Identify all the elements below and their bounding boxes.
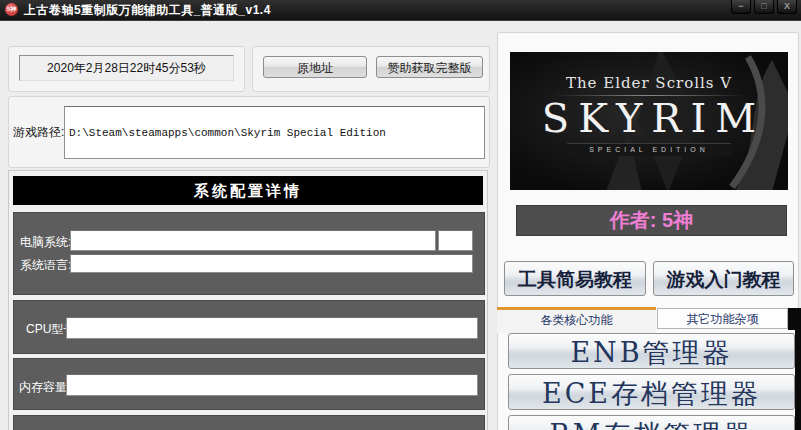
os-input[interactable] [70, 230, 436, 251]
window-title: 上古卷轴5重制版万能辅助工具_普通版_v1.4 [24, 0, 271, 20]
memory-label: 内存容量: [19, 379, 70, 396]
app-icon: 5神 [5, 3, 18, 16]
enb-manager-button[interactable]: ENB管理器 [508, 333, 795, 369]
cpu-input[interactable] [66, 317, 478, 339]
author-bar: 作者: 5神 [516, 205, 787, 236]
memory-input[interactable] [66, 374, 478, 396]
titlebar: 5神 上古卷轴5重制版万能辅助工具_普通版_v1.4 − □ X [0, 0, 801, 21]
tab-core-functions[interactable]: 各类核心功能 [497, 307, 656, 333]
timestamp-display: 2020年2月28日22时45分53秒 [19, 55, 234, 81]
original-address-button[interactable]: 原地址 [263, 56, 367, 78]
window-controls: − □ X [731, 0, 797, 14]
maximize-icon[interactable]: □ [754, 0, 774, 14]
skyrim-banner: The Elder Scrolls V SKYRIM SPECIAL EDITI… [510, 52, 788, 190]
banner-badge: SPECIAL EDITION [564, 143, 734, 156]
rm-save-manager-button[interactable]: RM存档管理器 [508, 415, 795, 430]
language-label: 系统语言: [20, 257, 71, 274]
game-tutorial-button[interactable]: 游戏入门教程 [653, 261, 794, 296]
app-window: 5神 上古卷轴5重制版万能辅助工具_普通版_v1.4 − □ X 2020年2月… [0, 0, 801, 430]
close-icon[interactable]: X [777, 0, 797, 14]
banner-subtitle: The Elder Scrolls V [510, 74, 788, 92]
banner-title: SKYRIM [519, 96, 788, 140]
ece-save-manager-button[interactable]: ECE存档管理器 [508, 374, 795, 410]
tab-misc-functions[interactable]: 其它功能杂项 [657, 308, 788, 329]
language-input[interactable] [70, 254, 473, 273]
tool-tutorial-button[interactable]: 工具简易教程 [504, 261, 646, 296]
game-path-label: 游戏路径: [13, 124, 64, 141]
game-path-input[interactable] [64, 106, 485, 159]
system-config-header: 系统配置详情 [13, 176, 483, 205]
right-edge-dark-strip [795, 308, 801, 430]
sponsor-full-version-button[interactable]: 赞助获取完整版 [376, 56, 483, 78]
os-label: 电脑系统: [20, 234, 71, 251]
os-extra-input[interactable] [438, 230, 473, 251]
extra-group [13, 415, 485, 430]
minimize-icon[interactable]: − [731, 0, 751, 14]
